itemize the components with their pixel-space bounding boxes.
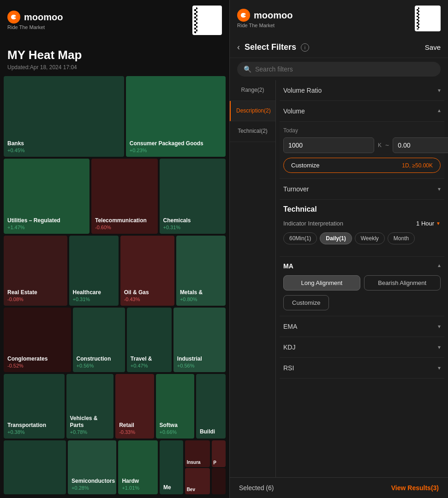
left-qr-code <box>192 6 222 35</box>
turnover-label: Turnover <box>283 185 309 193</box>
select-filters-title: Select Filters <box>245 42 296 52</box>
right-logo: moomoo <box>237 9 293 22</box>
cell-insurance[interactable]: Insura <box>185 440 210 467</box>
cell-transportation[interactable]: Transportation +0.38% <box>4 374 65 439</box>
volume-row[interactable]: Volume ▾ <box>280 101 444 122</box>
filter-main[interactable]: Volume Ratio ▾ Volume ▾ Today K ~ K <box>276 80 448 477</box>
ema-row[interactable]: EMA ▾ <box>280 316 444 337</box>
ma-chevron: ▾ <box>438 263 441 269</box>
time-tabs: 60Min(1) Daily(1) Weekly Month <box>283 232 441 244</box>
info-icon[interactable]: i <box>301 43 309 52</box>
right-logo-area: moomoo Ride The Market <box>237 9 293 28</box>
page-title-area: MY Heat Map Updated:Apr 18, 2024 17:04 <box>0 41 229 74</box>
customize-button[interactable]: Customize 1D, ≥50.00K <box>283 158 441 173</box>
cell-p[interactable]: P <box>212 440 226 467</box>
ma-header: MA ▾ <box>283 262 441 270</box>
tab-description[interactable]: Description(2) <box>230 101 275 122</box>
cell-conglomerates[interactable]: Conglomerates -0.52% <box>4 308 71 372</box>
cell-consumer-packaged[interactable]: Consumer Packaged Goods +0.23% <box>126 76 226 157</box>
volume-chevron: ▾ <box>438 108 441 114</box>
search-icon: 🔍 <box>244 65 251 73</box>
ema-label: EMA <box>283 323 297 330</box>
time-arrow: ▼ <box>436 221 441 226</box>
customize-badge: 1D, ≥50.00K <box>402 162 433 169</box>
bearish-alignment-btn[interactable]: Bearish Alignment <box>364 275 441 290</box>
vol-min-unit: K <box>378 142 382 148</box>
heatmap: Banks +0.45% Consumer Packaged Goods +0.… <box>0 74 229 498</box>
volume-ratio-row[interactable]: Volume Ratio ▾ <box>280 80 444 101</box>
left-tagline: Ride The Market <box>7 24 63 30</box>
volume-ratio-chevron: ▾ <box>438 87 441 94</box>
volume-expanded: Today K ~ K Customize 1D, ≥50.00K <box>280 122 444 179</box>
tab-weekly[interactable]: Weekly <box>355 232 385 244</box>
cell-oilgas[interactable]: Oil & Gas -0.43% <box>120 236 174 306</box>
time-select[interactable]: 1 Hour ▼ <box>416 220 441 227</box>
volume-max-input[interactable] <box>393 137 448 153</box>
left-logo-area: moomoo Ride The Market <box>7 11 63 30</box>
right-header: moomoo Ride The Market <box>230 0 448 37</box>
technical-section: Technical Indicator Interpretation 1 Hou… <box>280 200 444 257</box>
cell-vehicles[interactable]: Vehicles & Parts +0.78% <box>66 374 114 439</box>
turnover-row[interactable]: Turnover ▾ <box>280 179 444 200</box>
cell-building[interactable]: Buildi <box>196 374 226 439</box>
cell-transportation-empty[interactable] <box>4 440 66 494</box>
cell-hardware[interactable]: Hardw +1.01% <box>118 440 157 494</box>
left-header: moomoo Ride The Market <box>0 0 229 41</box>
cell-metals[interactable]: Metals & +0.80% <box>176 236 226 306</box>
cell-industrial[interactable]: Industrial +0.56% <box>173 308 226 372</box>
filter-content-area: Range(2) Description(2) Technical(2) Vol… <box>230 80 448 477</box>
hmap-row-1: Banks +0.45% Consumer Packaged Goods +0.… <box>4 76 226 157</box>
right-logo-icon <box>237 9 250 22</box>
back-button[interactable]: ‹ <box>237 42 240 52</box>
right-header-left: moomoo Ride The Market <box>237 9 293 28</box>
cell-realestate[interactable]: Real Estate -0.08% <box>4 236 67 306</box>
page-title: MY Heat Map <box>7 48 222 62</box>
left-logo-icon <box>7 11 20 24</box>
time-value: 1 Hour <box>416 220 434 227</box>
cell-telecom[interactable]: Telecommunication -0.60% <box>91 159 158 234</box>
save-button[interactable]: Save <box>425 43 441 51</box>
tab-range[interactable]: Range(2) <box>230 80 275 101</box>
cell-banks[interactable]: Banks +0.45% <box>4 76 124 157</box>
volume-range: K ~ K <box>283 137 441 153</box>
kdj-chevron: ▾ <box>438 344 441 350</box>
cell-healthcare[interactable]: Healthcare +0.31% <box>69 236 119 306</box>
cell-software[interactable]: Softwa +0.66% <box>156 374 194 439</box>
indicator-interp-label: Indicator Interpretation <box>283 220 343 227</box>
cell-travel[interactable]: Travel & +0.47% <box>127 308 172 372</box>
left-panel: moomoo Ride The Market MY Heat Map Updat… <box>0 0 229 498</box>
hmap-row-2: Utilities – Regulated +1.47% Telecommuni… <box>4 159 226 234</box>
cell-chemicals[interactable]: Chemicals +0.31% <box>160 159 226 234</box>
tab-technical[interactable]: Technical(2) <box>230 121 275 142</box>
volume-min-input[interactable] <box>283 137 374 153</box>
rsi-row[interactable]: RSI ▾ <box>280 358 444 379</box>
hmap-row-5: Transportation +0.38% Vehicles & Parts +… <box>4 374 226 439</box>
kdj-row[interactable]: KDJ ▾ <box>280 337 444 358</box>
customize-label: Customize <box>291 162 319 169</box>
ma-title: MA <box>283 262 293 270</box>
technical-title: Technical <box>283 205 441 213</box>
filters-title-bar: ‹ Select Filters i Save <box>230 37 448 58</box>
cell-construction[interactable]: Construction +0.56% <box>73 308 125 372</box>
turnover-chevron: ▾ <box>438 186 441 192</box>
indicator-row: Indicator Interpretation 1 Hour ▼ <box>283 220 441 227</box>
updated-text: Updated:Apr 18, 2024 17:04 <box>7 64 222 71</box>
tab-daily[interactable]: Daily(1) <box>320 232 352 244</box>
tab-month[interactable]: Month <box>388 232 415 244</box>
cell-misc[interactable] <box>212 468 226 494</box>
search-bar[interactable]: 🔍 <box>237 62 441 77</box>
tab-60min[interactable]: 60Min(1) <box>283 232 317 244</box>
view-results-button[interactable]: View Results(3) <box>391 484 439 492</box>
cell-utilities[interactable]: Utilities – Regulated +1.47% <box>4 159 90 234</box>
ma-customize-btn[interactable]: Customize <box>283 295 329 310</box>
cell-me[interactable]: Me <box>160 440 183 494</box>
cell-beverages[interactable]: Bev <box>185 468 210 494</box>
cell-retail[interactable]: Retail -0.33% <box>115 374 154 439</box>
volume-label: Volume <box>283 107 305 115</box>
search-input[interactable] <box>255 65 434 73</box>
right-qr-code <box>415 6 441 31</box>
right-tagline: Ride The Market <box>237 23 293 28</box>
cell-semiconductors[interactable]: Semiconductors +0.28% <box>68 440 116 494</box>
ema-chevron: ▾ <box>438 323 441 330</box>
long-alignment-btn[interactable]: Long Alignment <box>283 275 360 290</box>
